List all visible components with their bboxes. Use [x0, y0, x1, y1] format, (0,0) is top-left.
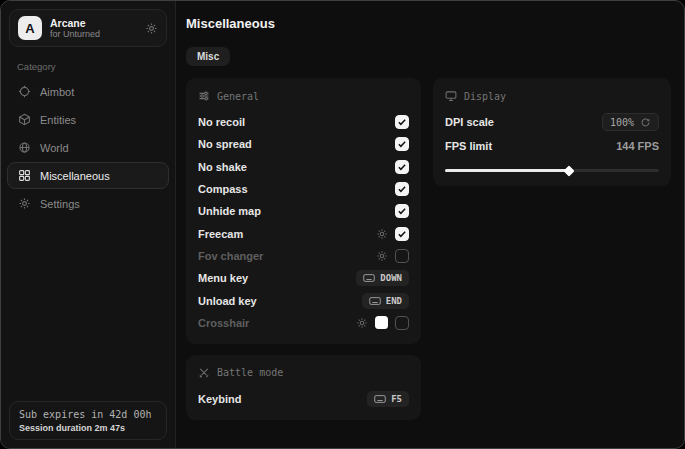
crosshair-icon	[18, 85, 31, 98]
sliders-icon	[198, 90, 210, 102]
setting-label: Unhide map	[198, 205, 261, 217]
setting-row: Unhide map	[198, 200, 409, 222]
arcane-window: A Arcane for Unturned Category A	[0, 0, 685, 449]
setting-label: No spread	[198, 138, 252, 150]
sidebar-item-label: Aimbot	[40, 86, 74, 98]
setting-row: Compass	[198, 178, 409, 200]
monitor-icon	[445, 90, 457, 102]
keyboard-icon	[363, 273, 375, 283]
fov-changer-checkbox[interactable]	[395, 249, 409, 263]
dpi-scale-value: 100%	[610, 117, 634, 128]
gear-icon[interactable]	[145, 22, 158, 35]
setting-label: Unload key	[198, 295, 257, 307]
sidebar-item-label: World	[40, 142, 69, 154]
sub-expiry-text: Sub expires in 42d 00h	[19, 409, 157, 420]
slider-fill	[445, 169, 569, 172]
avatar: A	[18, 16, 42, 40]
setting-row: No shake	[198, 156, 409, 178]
no-spread-checkbox[interactable]	[395, 137, 409, 151]
brand-card: A Arcane for Unturned	[9, 9, 167, 47]
setting-label: Compass	[198, 183, 248, 195]
unload-key-keybind[interactable]: END	[362, 293, 409, 309]
refresh-icon[interactable]	[640, 117, 651, 128]
setting-label: No shake	[198, 161, 247, 173]
setting-label: Fov changer	[198, 250, 263, 262]
no-recoil-checkbox[interactable]	[395, 115, 409, 129]
sidebar-item-world[interactable]: World	[7, 134, 169, 161]
setting-row: Keybind F5	[198, 388, 409, 410]
setting-row: No recoil	[198, 111, 409, 133]
keyboard-icon	[374, 394, 386, 404]
card-title: General	[217, 91, 259, 102]
page-title: Miscellaneous	[186, 16, 671, 31]
setting-label: FPS limit	[445, 140, 492, 152]
gear-icon[interactable]	[376, 250, 388, 262]
sidebar-item-miscellaneous[interactable]: Miscellaneous	[7, 162, 169, 189]
subscription-box: Sub expires in 42d 00h Session duration …	[9, 401, 167, 440]
fps-slider[interactable]	[445, 166, 659, 176]
brand-text: Arcane for Unturned	[50, 17, 137, 39]
setting-row: FPS limit 144 FPS	[445, 135, 659, 157]
sidebar-item-label: Settings	[40, 198, 80, 210]
gear-icon[interactable]	[376, 228, 388, 240]
dpi-scale-select[interactable]: 100%	[602, 113, 659, 131]
main-content: Miscellaneous Misc	[176, 1, 685, 448]
card-title: Display	[464, 91, 506, 102]
setting-label: DPI scale	[445, 116, 494, 128]
setting-label: Freecam	[198, 228, 243, 240]
brand-subtitle: for Unturned	[50, 29, 137, 39]
setting-row: Freecam	[198, 222, 409, 244]
setting-row: Crosshair	[198, 312, 409, 334]
setting-label: Crosshair	[198, 317, 249, 329]
keybind-value: DOWN	[380, 273, 402, 283]
menu-key-keybind[interactable]: DOWN	[356, 270, 409, 286]
grid-icon	[18, 169, 31, 182]
setting-label: No recoil	[198, 116, 245, 128]
sidebar-item-label: Entities	[40, 114, 76, 126]
brand-title: Arcane	[50, 17, 137, 29]
gear-icon	[18, 197, 31, 210]
battle-mode-card: Battle mode Keybind F5	[186, 355, 421, 420]
keybind-value: END	[386, 296, 402, 306]
setting-row: Menu key DOWN	[198, 267, 409, 289]
setting-row: DPI scale 100%	[445, 111, 659, 133]
setting-row: No spread	[198, 133, 409, 155]
crosshair-checkbox[interactable]	[395, 316, 409, 330]
keybind-value: F5	[391, 394, 402, 404]
setting-label: Menu key	[198, 272, 248, 284]
slider-thumb[interactable]	[563, 165, 574, 176]
general-card: General No recoil No spread	[186, 78, 421, 344]
globe-icon	[18, 141, 31, 154]
setting-label: Keybind	[198, 393, 241, 405]
display-card: Display DPI scale 100%	[433, 78, 671, 186]
gear-icon[interactable]	[356, 317, 368, 329]
sidebar-item-label: Miscellaneous	[40, 170, 110, 182]
unhide-map-checkbox[interactable]	[395, 204, 409, 218]
sidebar-item-entities[interactable]: Entities	[7, 106, 169, 133]
freecam-checkbox[interactable]	[395, 227, 409, 241]
no-shake-checkbox[interactable]	[395, 160, 409, 174]
session-duration-text: Session duration 2m 47s	[19, 423, 157, 433]
card-title: Battle mode	[217, 367, 283, 378]
battle-keybind[interactable]: F5	[367, 391, 409, 407]
setting-row: Unload key END	[198, 289, 409, 311]
crosshair-color-swatch[interactable]	[375, 316, 388, 329]
sidebar-nav: Aimbot Entities World	[7, 78, 169, 217]
sidebar-item-settings[interactable]: Settings	[7, 190, 169, 217]
sidebar: A Arcane for Unturned Category A	[1, 1, 176, 448]
keyboard-icon	[369, 296, 381, 306]
compass-checkbox[interactable]	[395, 182, 409, 196]
tab-bar: Misc	[186, 47, 671, 66]
tab-misc[interactable]: Misc	[186, 47, 230, 66]
sidebar-item-aimbot[interactable]: Aimbot	[7, 78, 169, 105]
cube-icon	[18, 113, 31, 126]
category-label: Category	[17, 61, 175, 72]
swords-icon	[198, 367, 210, 379]
fps-limit-value: 144 FPS	[616, 140, 659, 152]
setting-row: Fov changer	[198, 245, 409, 267]
